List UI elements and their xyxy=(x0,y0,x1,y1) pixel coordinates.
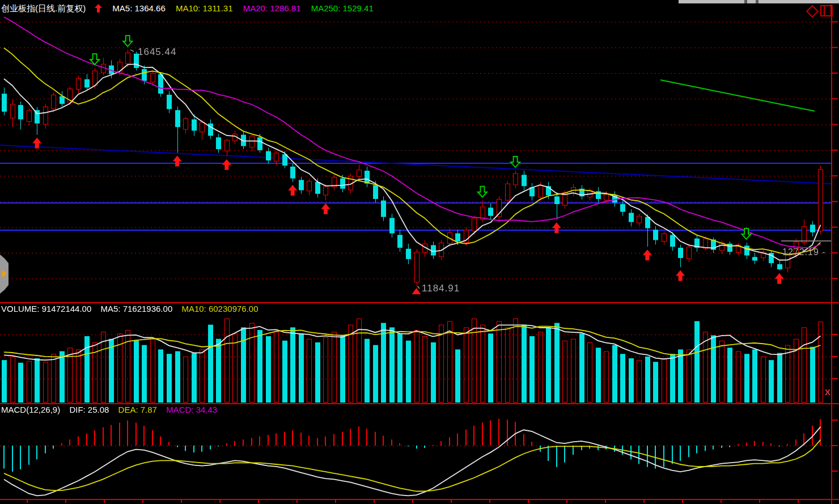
macd-header: MACD(12,26,9) DIF: 25.08 DEA: 7.87 MACD:… xyxy=(1,405,217,414)
price-axis-top xyxy=(830,5,832,16)
volume-value: VOLUME: 91472144.00 xyxy=(1,304,91,314)
low-price-annotation: 1184.91 xyxy=(422,283,460,294)
macd-indicator-name: MACD(12,26,9) xyxy=(1,405,60,414)
split-window-divider xyxy=(824,6,825,15)
kline-chart-canvas[interactable] xyxy=(0,16,839,302)
dif-value: DIF: 25.08 xyxy=(69,405,109,414)
macd-chart-canvas[interactable] xyxy=(0,403,839,504)
dea-value: DEA: 7.87 xyxy=(118,405,157,414)
expand-arrow-icon xyxy=(2,270,7,278)
ma20-value: MA20: 1286.81 xyxy=(243,3,301,13)
high-price-annotation: 1645.44 xyxy=(138,46,176,58)
strip-notch xyxy=(756,0,759,3)
up-arrow-icon xyxy=(95,4,102,14)
volume-header: VOLUME: 91472144.00 MA5: 71621936.00 MA1… xyxy=(1,304,259,314)
kline-header: 创业板指(日线.前复权) MA5: 1364.66 MA10: 1311.31 … xyxy=(1,3,382,14)
symbol-title: 创业板指(日线.前复权) xyxy=(1,3,86,13)
strip-notch xyxy=(744,0,747,3)
volume-ma10-value: MA10: 60230976.00 xyxy=(181,304,258,314)
ma250-value: MA250: 1529.41 xyxy=(311,3,374,13)
window-edge-strip xyxy=(679,0,839,3)
volume-ma5-value: MA5: 71621936.00 xyxy=(100,304,172,314)
volume-chart-canvas[interactable] xyxy=(0,302,839,403)
macd-value: MACD: 34.43 xyxy=(166,405,217,414)
ma5-value: MA5: 1364.66 xyxy=(112,3,165,13)
level-price-annotation: 1272.19 - xyxy=(782,247,826,257)
ma10-value: MA10: 1311.31 xyxy=(176,3,233,13)
volume-panel-close-button[interactable]: X xyxy=(825,388,830,396)
